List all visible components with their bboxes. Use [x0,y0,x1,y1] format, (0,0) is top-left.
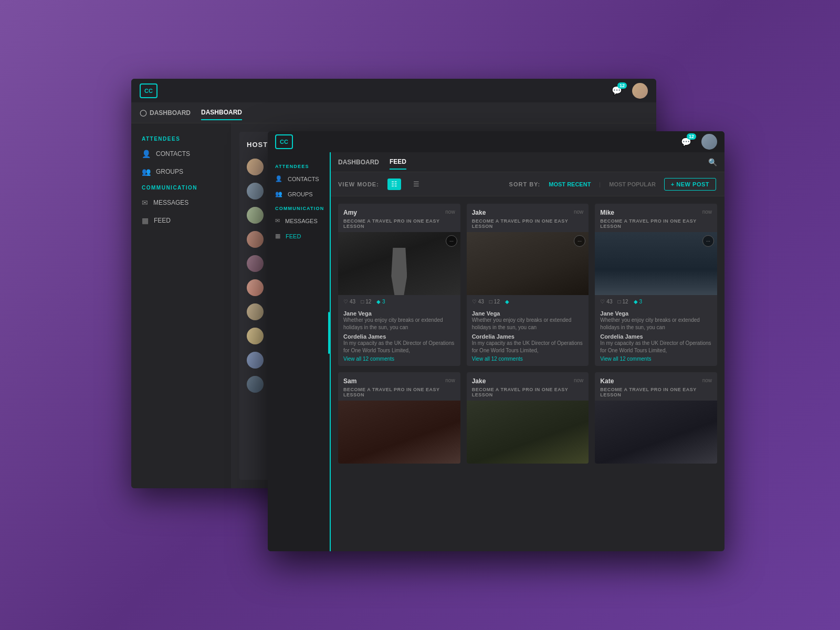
back-sidebar-contacts[interactable]: 👤 CONTACTS [131,145,231,163]
front-title-right: 💬 12 [677,134,717,150]
messages-icon: ✉ [142,198,148,207]
front-nav-tabs: DASHBOARD FEED [338,155,406,170]
sort-popular-button[interactable]: MOST POPULAR [609,181,656,187]
post-amy: Amy now BECOME A TRAVEL PRO IN ONE EASY … [338,204,460,366]
post-jake-comments-count: □ 12 [489,299,500,304]
post-jake-comments: Jane Vega Whether you enjoy city breaks … [467,308,589,366]
post-mike-comments-count: □ 12 [617,299,628,304]
front-logo: CC [275,134,293,149]
feed-content: Amy now BECOME A TRAVEL PRO IN ONE EASY … [268,196,724,551]
contact-avatar-stanley [247,231,264,248]
post-jake-image: ⋯ [467,232,589,295]
new-post-button[interactable]: + NEW POST [664,178,716,191]
front-user-avatar[interactable] [701,134,717,150]
post-amy-comments-count: □ 12 [361,299,371,304]
back-nav-bar: ◯ DASHBOARD DASHBOARD [131,102,656,123]
post-mike-image: ⋯ [595,232,717,295]
back-title-bar: CC 💬 12 [131,79,656,102]
post-jake-stats: ♡ 43 □ 12 ◆ [467,295,589,308]
front-scrollbar[interactable] [328,312,330,354]
back-title-right: 💬 12 [608,83,648,99]
post-mike-header: Mike now [595,204,717,218]
back-sidebar-groups[interactable]: 👥 GROUPS [131,163,231,181]
list-view-button[interactable]: ☰ [410,178,423,190]
contact-avatar-caroline [247,183,264,200]
contact-avatar-brent [247,255,264,272]
back-logo: CC [140,83,158,98]
front-attendees-label: ATTENDEES [268,160,330,171]
post-jake2-header: Jake now [467,372,589,387]
post-jake-diamonds: ◆ [505,299,509,304]
front-groups-icon: 👥 [275,191,282,197]
grid-view-button[interactable]: ☷ [387,178,401,190]
back-user-avatar[interactable] [632,83,648,99]
contact-avatar-christina [247,303,264,320]
post-jake: Jake now BECOME A TRAVEL PRO IN ONE EASY… [467,204,589,366]
contact-avatar-eugenia [247,159,264,175]
groups-icon: 👥 [142,167,151,176]
front-notif-badge: 12 [687,133,696,140]
post-jake-header: Jake now [467,204,589,218]
front-sidebar-messages[interactable]: ✉ MESSAGES [268,213,330,228]
front-contacts-icon: 👤 [275,175,282,182]
sort-divider: | [599,181,601,187]
post-sam: Sam now BECOME A TRAVEL PRO IN ONE EASY … [338,372,460,464]
post-amy-menu-button[interactable]: ⋯ [446,235,457,247]
front-sidebar-groups[interactable]: 👥 GROUPS [268,186,330,202]
post-amy-stats: ♡ 43 □ 12 ◆ 3 [338,295,460,308]
front-notification-button[interactable]: 💬 12 [677,134,695,149]
back-sidebar-messages[interactable]: ✉ MESSAGES [131,194,231,212]
back-attendees-label: ATTENDEES [131,132,231,145]
contact-avatar-terry [247,376,264,393]
post-kate: Kate now BECOME A TRAVEL PRO IN ONE EASY… [595,372,717,464]
back-nav-icon: ◯ [140,109,146,117]
front-tab-dashboard[interactable]: DASHBOARD [338,155,379,170]
sort-recent-button[interactable]: MOST RECENT [549,181,591,187]
post-mike-menu-button[interactable]: ⋯ [702,235,714,247]
post-mike-comments: Jane Vega Whether you enjoy city breaks … [595,308,717,366]
front-tab-feed[interactable]: FEED [390,155,406,170]
post-jake2: Jake now BECOME A TRAVEL PRO IN ONE EASY… [467,372,589,464]
post-amy-likes: ♡ 43 [343,299,355,304]
post-amy-diamonds: ◆ 3 [376,299,385,304]
back-communication-label: COMMUNICATION [131,181,231,194]
front-title-bar: CC 💬 12 [268,131,724,152]
post-kate-image [595,401,717,464]
post-mike-likes: ♡ 43 [600,299,612,304]
contact-avatar-francisco [247,352,264,369]
contact-avatar-harvey [247,207,264,224]
post-sam-image [338,401,460,464]
front-window: CC 💬 12 ATTENDEES 👤 CONTACTS 👥 GROUPS CO… [268,131,724,551]
view-mode-label: VIEW MODE: [338,181,379,187]
post-jake-view-comments[interactable]: View all 12 comments [472,354,584,362]
contact-avatar-billy [247,328,264,344]
post-jake2-image [467,401,589,464]
contact-avatar-bessie [247,279,264,296]
front-nav-bar: DASHBOARD FEED 🔍 [268,152,724,172]
front-sidebar: ATTENDEES 👤 CONTACTS 👥 GROUPS COMMUNICAT… [268,152,331,551]
post-kate-header: Kate now [595,372,717,387]
post-jake-menu-button[interactable]: ⋯ [574,235,585,247]
post-mike: Mike now BECOME A TRAVEL PRO IN ONE EASY… [595,204,717,366]
contacts-icon: 👤 [142,150,151,158]
front-messages-icon: ✉ [275,217,280,224]
post-amy-view-comments[interactable]: View all 12 comments [343,354,455,362]
front-sidebar-feed[interactable]: ▦ FEED [268,228,330,244]
post-mike-stats: ♡ 43 □ 12 ◆ 3 [595,295,717,308]
back-nav-dashboard[interactable]: ◯ DASHBOARD [140,106,191,120]
front-feed-icon: ▦ [275,233,280,239]
back-sidebar: ATTENDEES 👤 CONTACTS 👥 GROUPS COMMUNICAT… [131,123,231,488]
feed-icon: ▦ [142,216,149,225]
back-sidebar-feed[interactable]: ▦ FEED [131,212,231,229]
front-communication-label: COMMUNICATION [268,202,330,213]
post-mike-view-comments[interactable]: View all 12 comments [600,354,712,362]
back-nav-active[interactable]: DASHBOARD [201,106,242,120]
post-amy-comments: Jane Vega Whether you enjoy city breaks … [338,308,460,366]
post-sam-header: Sam now [338,372,460,387]
post-amy-image: ⋯ [338,232,460,295]
front-sidebar-contacts[interactable]: 👤 CONTACTS [268,171,330,186]
post-jake-likes: ♡ 43 [472,299,484,304]
back-notification-button[interactable]: 💬 12 [608,83,626,98]
feed-toolbar: VIEW MODE: ☷ ☰ SORT BY: MOST RECENT | MO… [268,172,724,196]
front-search-icon[interactable]: 🔍 [708,158,717,166]
